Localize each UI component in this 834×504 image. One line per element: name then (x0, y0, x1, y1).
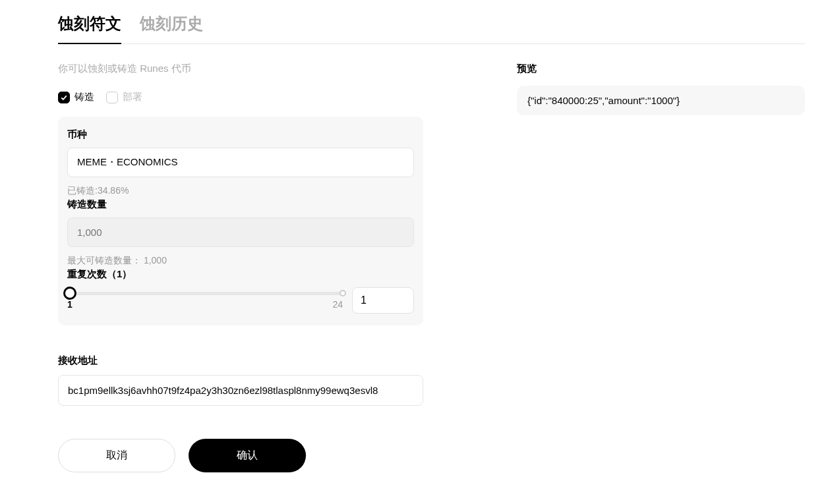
tab-history[interactable]: 蚀刻历史 (140, 13, 203, 43)
address-label: 接收地址 (58, 354, 423, 367)
slider-max: 24 (332, 299, 343, 310)
mode-deploy-label: 部署 (123, 91, 142, 103)
repeat-label: 重复次数（1） (67, 268, 414, 281)
cancel-button[interactable]: 取消 (58, 439, 175, 472)
coin-input[interactable] (67, 148, 414, 177)
preview-label: 预览 (517, 63, 805, 75)
checkbox-mint[interactable] (58, 92, 70, 103)
repeat-slider[interactable]: 1 24 (67, 292, 343, 310)
repeat-input[interactable] (352, 287, 414, 314)
slider-thumb[interactable] (63, 287, 76, 300)
minted-hint: 已铸造:34.86% (67, 185, 414, 197)
amount-input[interactable] (67, 217, 414, 247)
slider-min: 1 (67, 299, 73, 310)
preview-content: {"id":"840000:25","amount":"1000"} (517, 86, 805, 115)
form-card: 币种 已铸造:34.86% 铸造数量 最大可铸造数量： 1,000 重复次数（1… (58, 117, 423, 325)
checkbox-deploy[interactable] (106, 92, 118, 103)
amount-label: 铸造数量 (67, 198, 414, 211)
coin-label: 币种 (67, 128, 414, 141)
max-amount-hint: 最大可铸造数量： 1,000 (67, 255, 414, 267)
description-text: 你可以蚀刻或铸造 Runes 代币 (58, 63, 423, 75)
slider-end-dot (340, 290, 346, 296)
mode-mint[interactable]: 铸造 (58, 91, 94, 103)
mode-selector: 铸造 部署 (58, 91, 423, 103)
tabs-bar: 蚀刻符文 蚀刻历史 (58, 13, 805, 44)
tab-etch[interactable]: 蚀刻符文 (58, 13, 121, 43)
address-input[interactable] (58, 375, 423, 406)
confirm-button[interactable]: 确认 (189, 439, 306, 472)
mode-mint-label: 铸造 (74, 91, 94, 103)
mode-deploy[interactable]: 部署 (106, 91, 142, 103)
